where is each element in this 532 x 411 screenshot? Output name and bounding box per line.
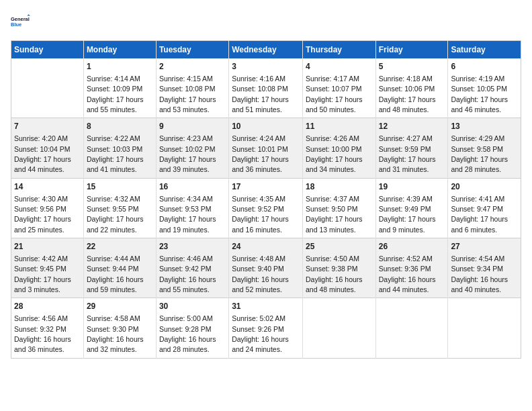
calendar-cell: 31Sunrise: 5:02 AM Sunset: 9:26 PM Dayli… [229,298,303,358]
day-number: 16 [159,181,226,193]
day-number: 30 [159,301,226,312]
day-info: Sunrise: 4:20 AM Sunset: 10:04 PM Daylig… [14,134,71,173]
day-number: 28 [14,301,81,312]
calendar-cell [11,58,84,118]
day-number: 4 [306,61,373,73]
calendar-cell: 24Sunrise: 4:48 AM Sunset: 9:40 PM Dayli… [229,238,303,298]
day-number: 6 [451,61,518,73]
weekday-header-wednesday: Wednesday [229,41,303,59]
calendar-cell: 15Sunrise: 4:32 AM Sunset: 9:55 PM Dayli… [83,178,156,238]
day-number: 14 [14,181,81,193]
calendar-cell: 6Sunrise: 4:19 AM Sunset: 10:05 PM Dayli… [448,58,521,118]
day-number: 21 [14,241,81,253]
calendar-cell: 16Sunrise: 4:34 AM Sunset: 9:53 PM Dayli… [156,178,228,238]
day-number: 3 [232,61,300,73]
day-number: 5 [379,61,445,73]
calendar-table: SundayMondayTuesdayWednesdayThursdayFrid… [11,40,521,359]
day-info: Sunrise: 4:16 AM Sunset: 10:08 PM Daylig… [232,75,289,113]
calendar-cell: 30Sunrise: 5:00 AM Sunset: 9:28 PM Dayli… [156,298,228,358]
day-number: 7 [14,121,81,132]
day-info: Sunrise: 4:56 AM Sunset: 9:32 PM Dayligh… [14,314,71,353]
calendar-cell: 22Sunrise: 4:44 AM Sunset: 9:44 PM Dayli… [83,238,156,298]
day-info: Sunrise: 4:26 AM Sunset: 10:00 PM Daylig… [306,134,363,173]
calendar-cell: 9Sunrise: 4:23 AM Sunset: 10:02 PM Dayli… [156,118,228,178]
weekday-header-saturday: Saturday [448,41,521,59]
calendar-cell: 4Sunrise: 4:17 AM Sunset: 10:07 PM Dayli… [302,58,375,118]
day-info: Sunrise: 4:14 AM Sunset: 10:09 PM Daylig… [87,75,144,113]
day-info: Sunrise: 4:17 AM Sunset: 10:07 PM Daylig… [306,75,363,113]
calendar-cell: 23Sunrise: 4:46 AM Sunset: 9:42 PM Dayli… [156,238,228,298]
week-row-2: 7Sunrise: 4:20 AM Sunset: 10:04 PM Dayli… [11,118,521,178]
week-row-3: 14Sunrise: 4:30 AM Sunset: 9:56 PM Dayli… [11,178,521,238]
logo: GeneralBlue [11,11,32,32]
day-info: Sunrise: 4:52 AM Sunset: 9:36 PM Dayligh… [379,255,436,293]
day-info: Sunrise: 4:58 AM Sunset: 9:30 PM Dayligh… [87,314,144,353]
day-info: Sunrise: 4:32 AM Sunset: 9:55 PM Dayligh… [87,195,144,234]
day-info: Sunrise: 4:44 AM Sunset: 9:44 PM Dayligh… [87,255,144,293]
calendar-cell: 27Sunrise: 4:54 AM Sunset: 9:34 PM Dayli… [448,238,521,298]
calendar-cell: 3Sunrise: 4:16 AM Sunset: 10:08 PM Dayli… [229,58,303,118]
day-info: Sunrise: 5:02 AM Sunset: 9:26 PM Dayligh… [232,314,289,353]
day-number: 2 [159,61,226,73]
day-number: 13 [451,121,518,132]
day-number: 9 [159,121,226,132]
svg-text:General: General [11,16,30,22]
day-info: Sunrise: 4:42 AM Sunset: 9:45 PM Dayligh… [14,255,71,293]
day-number: 17 [232,181,300,193]
day-number: 1 [87,61,153,73]
weekday-header-row: SundayMondayTuesdayWednesdayThursdayFrid… [11,41,521,59]
day-number: 10 [232,121,300,132]
page-header: GeneralBlue [11,11,521,32]
day-info: Sunrise: 4:18 AM Sunset: 10:06 PM Daylig… [379,75,436,113]
week-row-4: 21Sunrise: 4:42 AM Sunset: 9:45 PM Dayli… [11,238,521,298]
day-info: Sunrise: 4:39 AM Sunset: 9:49 PM Dayligh… [379,195,436,234]
day-info: Sunrise: 4:27 AM Sunset: 9:59 PM Dayligh… [379,134,436,173]
day-info: Sunrise: 4:22 AM Sunset: 10:03 PM Daylig… [87,134,144,173]
calendar-cell: 28Sunrise: 4:56 AM Sunset: 9:32 PM Dayli… [11,298,84,358]
calendar-cell: 10Sunrise: 4:24 AM Sunset: 10:01 PM Dayl… [229,118,303,178]
calendar-cell: 18Sunrise: 4:37 AM Sunset: 9:50 PM Dayli… [302,178,375,238]
day-info: Sunrise: 4:30 AM Sunset: 9:56 PM Dayligh… [14,195,71,234]
day-number: 26 [379,241,445,253]
day-number: 18 [306,181,373,193]
calendar-cell [302,298,375,358]
calendar-cell: 26Sunrise: 4:52 AM Sunset: 9:36 PM Dayli… [375,238,448,298]
day-info: Sunrise: 5:00 AM Sunset: 9:28 PM Dayligh… [159,314,216,353]
day-info: Sunrise: 4:37 AM Sunset: 9:50 PM Dayligh… [306,195,363,234]
day-info: Sunrise: 4:34 AM Sunset: 9:53 PM Dayligh… [159,195,216,234]
calendar-cell [448,298,521,358]
calendar-cell: 20Sunrise: 4:41 AM Sunset: 9:47 PM Dayli… [448,178,521,238]
weekday-header-friday: Friday [375,41,448,59]
day-number: 23 [159,241,226,253]
calendar-cell: 13Sunrise: 4:29 AM Sunset: 9:58 PM Dayli… [448,118,521,178]
week-row-1: 1Sunrise: 4:14 AM Sunset: 10:09 PM Dayli… [11,58,521,118]
day-number: 29 [87,301,153,312]
day-number: 8 [87,121,153,132]
day-number: 24 [232,241,300,253]
calendar-cell: 29Sunrise: 4:58 AM Sunset: 9:30 PM Dayli… [83,298,156,358]
day-info: Sunrise: 4:15 AM Sunset: 10:08 PM Daylig… [159,75,216,113]
day-info: Sunrise: 4:41 AM Sunset: 9:47 PM Dayligh… [451,195,508,234]
calendar-cell: 25Sunrise: 4:50 AM Sunset: 9:38 PM Dayli… [302,238,375,298]
calendar-cell: 14Sunrise: 4:30 AM Sunset: 9:56 PM Dayli… [11,178,84,238]
calendar-cell: 21Sunrise: 4:42 AM Sunset: 9:45 PM Dayli… [11,238,84,298]
day-info: Sunrise: 4:35 AM Sunset: 9:52 PM Dayligh… [232,195,289,234]
calendar-cell: 12Sunrise: 4:27 AM Sunset: 9:59 PM Dayli… [375,118,448,178]
weekday-header-thursday: Thursday [302,41,375,59]
calendar-cell: 7Sunrise: 4:20 AM Sunset: 10:04 PM Dayli… [11,118,84,178]
day-info: Sunrise: 4:24 AM Sunset: 10:01 PM Daylig… [232,134,289,173]
day-number: 25 [306,241,373,253]
calendar-cell: 1Sunrise: 4:14 AM Sunset: 10:09 PM Dayli… [83,58,156,118]
day-number: 11 [306,121,373,132]
day-info: Sunrise: 4:54 AM Sunset: 9:34 PM Dayligh… [451,255,508,293]
logo-icon: GeneralBlue [11,11,32,32]
day-number: 20 [451,181,518,193]
svg-text:Blue: Blue [11,21,21,28]
day-number: 31 [232,301,300,312]
weekday-header-monday: Monday [83,41,156,59]
weekday-header-sunday: Sunday [11,41,84,59]
day-number: 22 [87,241,153,253]
day-info: Sunrise: 4:46 AM Sunset: 9:42 PM Dayligh… [159,255,216,293]
calendar-cell: 5Sunrise: 4:18 AM Sunset: 10:06 PM Dayli… [375,58,448,118]
day-number: 19 [379,181,445,193]
